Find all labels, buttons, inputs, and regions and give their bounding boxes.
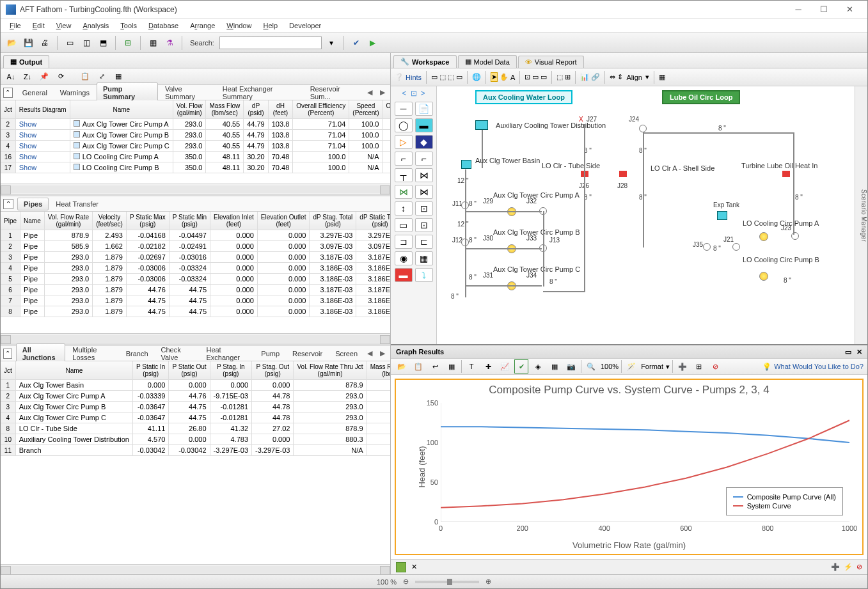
subtab-branch[interactable]: Branch	[120, 348, 154, 359]
table-row[interactable]: 3Aux Clg Tower Circ Pump B-0.0364744.75-…	[1, 402, 390, 412]
history-fwd-icon[interactable]: >	[421, 89, 425, 98]
tab-visualreport[interactable]: 👁Visual Report	[518, 56, 584, 68]
gtb-check-icon[interactable]: ✔	[514, 359, 528, 373]
subtab-valve[interactable]: Valve Summary	[159, 83, 216, 102]
run-icon[interactable]: ▶	[366, 36, 380, 50]
menu-edit[interactable]: Edit	[28, 20, 50, 31]
subtab-pipes[interactable]: Pipes	[17, 198, 49, 210]
table-row[interactable]: 11Branch-0.03042-0.03042-3.297E-03-3.297…	[1, 445, 390, 456]
table-row[interactable]: 1Pipe878.92.493-0.04168-0.044970.0000.00…	[1, 230, 390, 241]
menu-analysis[interactable]: Analysis	[77, 20, 114, 31]
scenario-manager-sidebar[interactable]: Scenario Manager	[855, 86, 867, 344]
jct-table[interactable]: JctNameP Static In (psig)P Static Out (p…	[1, 361, 390, 564]
pane-vsplit-icon[interactable]: ◫	[79, 36, 93, 50]
tool-tee-icon[interactable]: ┬	[395, 168, 413, 182]
subtab-screen[interactable]: Screen	[329, 348, 363, 359]
graph-clear-icon[interactable]: ⊘	[856, 563, 862, 571]
sel-dashed-icon[interactable]: ⬚	[439, 73, 446, 81]
link-icon[interactable]: 🔗	[591, 73, 600, 81]
sel-none-icon[interactable]: ▭	[431, 73, 438, 81]
menu-help[interactable]: Help	[258, 20, 283, 31]
sel1-icon[interactable]: ▭	[532, 73, 539, 81]
sort-za-icon[interactable]: Z↓	[21, 70, 34, 83]
tool-orifice-icon[interactable]: ◉	[395, 251, 413, 265]
pane-icon[interactable]: ▭	[456, 73, 462, 81]
gtb-add-icon[interactable]: ➕	[675, 359, 690, 373]
table-row[interactable]: 2Pipe585.91.662-0.02182-0.024910.0000.00…	[1, 241, 390, 252]
table-row[interactable]: 3Pipe293.01.879-0.02697-0.030160.0000.00…	[1, 252, 390, 263]
graph-bolt-icon[interactable]: ⚡	[844, 563, 853, 571]
gtb-folder-icon[interactable]: 📂	[395, 359, 409, 373]
piping-diagram[interactable]: Aux Cooling Water Loop Lube Oil Circ Loo…	[437, 86, 855, 344]
gtb-zoom-value[interactable]: 100%	[601, 363, 619, 370]
menu-arrange[interactable]: Arrange	[185, 20, 220, 31]
print-icon[interactable]: 🖨	[38, 36, 52, 50]
table-row[interactable]: 1Aux Clg Tower Basin0.0000.0000.0000.000…	[1, 380, 390, 391]
subtab-general[interactable]: General	[17, 87, 53, 98]
gtb-wand-icon[interactable]: 🪄	[624, 359, 638, 373]
check-icon[interactable]: ✔	[349, 36, 363, 50]
gtb-grid2-icon[interactable]: ▦	[548, 359, 562, 373]
subtab-heatexchanger[interactable]: Heat Exchanger	[200, 344, 254, 363]
pipes-table[interactable]: PipeNameVol. Flow Rate (gal/min)Velocity…	[1, 212, 390, 333]
history-back-icon[interactable]: <	[402, 89, 406, 98]
gtb-crosshair-icon[interactable]: ✚	[481, 359, 495, 373]
table-row[interactable]: 4Aux Clg Tower Circ Pump C-0.0364744.75-…	[1, 412, 390, 423]
save-icon[interactable]: 💾	[21, 36, 35, 50]
gtb-format-dd-icon[interactable]: ▾	[666, 363, 670, 371]
pump-hscroll[interactable]	[1, 184, 390, 194]
prev-icon[interactable]: ◀	[365, 88, 375, 97]
table-row[interactable]: 17ShowLO Cooling Circ Pump B350.048.1130…	[1, 162, 390, 173]
gtb-copy-icon[interactable]: 📋	[411, 359, 425, 373]
table-row[interactable]: 10Auxiliary Cooling Tower Distribution4.…	[1, 434, 390, 445]
table-row[interactable]: 4Pipe293.01.879-0.03006-0.033240.0000.00…	[1, 263, 390, 274]
gtb-grid-icon[interactable]: ▦	[445, 359, 459, 373]
tool-tri-icon[interactable]: ▷	[395, 135, 413, 149]
next-icon[interactable]: ▶	[377, 88, 388, 97]
align-label[interactable]: Align	[625, 74, 643, 81]
tab-workspace[interactable]: 🔧Workspace	[393, 55, 457, 68]
pane-hsplit-icon[interactable]: ⬒	[96, 36, 110, 50]
tool-valve-icon[interactable]: ⋈	[415, 168, 433, 182]
collapse-jct-section[interactable]: ⌃	[3, 349, 12, 359]
pane-single-icon[interactable]: ▭	[63, 36, 77, 50]
globe-icon[interactable]: 🌐	[472, 73, 481, 81]
jct-hscroll[interactable]	[1, 564, 390, 574]
group-icon[interactable]: ⊡	[525, 73, 530, 81]
subtab-heatx[interactable]: Heat Exchanger Summary	[217, 83, 303, 102]
search-dropdown-icon[interactable]: ▾	[324, 36, 338, 50]
chart-area[interactable]: Composite Pump Curve vs. System Curve - …	[395, 379, 864, 555]
gtb-tool1-icon[interactable]: ⊞	[692, 359, 706, 373]
tree-icon[interactable]: ⊟	[121, 36, 135, 50]
tool-expander-icon[interactable]: ⊏	[415, 235, 433, 249]
table-row[interactable]: 5Pipe293.01.879-0.03006-0.033240.0000.00…	[1, 274, 390, 285]
tab-modeldata[interactable]: ▦Model Data	[458, 55, 517, 68]
tool-spray2-icon[interactable]: ⤵	[415, 268, 433, 282]
subtab-pump[interactable]: Pump Summary	[97, 82, 158, 103]
copy-icon[interactable]: 📋	[79, 70, 91, 83]
tool-elbow2-icon[interactable]: ⌐	[415, 152, 433, 166]
tool-screen-icon[interactable]: ▦	[415, 251, 433, 265]
tool-component-icon[interactable]: ⊡	[415, 201, 433, 216]
tool-red-icon[interactable]: ▬	[395, 268, 413, 282]
zoom-in-icon[interactable]: ⊕	[485, 577, 491, 586]
next-icon-2[interactable]: ▶	[377, 349, 388, 357]
chart-icon[interactable]: 📊	[580, 73, 589, 81]
menu-tools[interactable]: Tools	[115, 20, 142, 31]
align-dropdown-icon[interactable]: ▾	[645, 73, 649, 81]
tool-circle-icon[interactable]: ◯	[395, 118, 413, 132]
gtb-camera-icon[interactable]: 📷	[564, 359, 578, 373]
dropdown-icon[interactable]: ⊡	[411, 89, 417, 98]
misc2-icon[interactable]: ⊞	[565, 73, 571, 81]
graph-add-icon[interactable]: ➕	[831, 563, 840, 571]
graph-tab-close-icon[interactable]: ✕	[411, 563, 417, 571]
text-icon[interactable]: A	[510, 74, 515, 81]
tool-heatx-icon[interactable]: ⊡	[415, 218, 433, 232]
subtab-multilosses[interactable]: Multiple Losses	[67, 344, 118, 363]
table-row[interactable]: 2Aux Clg Tower Circ Pump A-0.0333944.76-…	[1, 391, 390, 402]
grid-icon[interactable]: ▦	[112, 70, 125, 83]
tab-output[interactable]: ▦Output	[3, 55, 49, 68]
gtb-text-icon[interactable]: T	[464, 359, 478, 373]
tool-pipe2-icon[interactable]: ▭	[395, 218, 413, 232]
prev-icon-2[interactable]: ◀	[365, 349, 375, 357]
